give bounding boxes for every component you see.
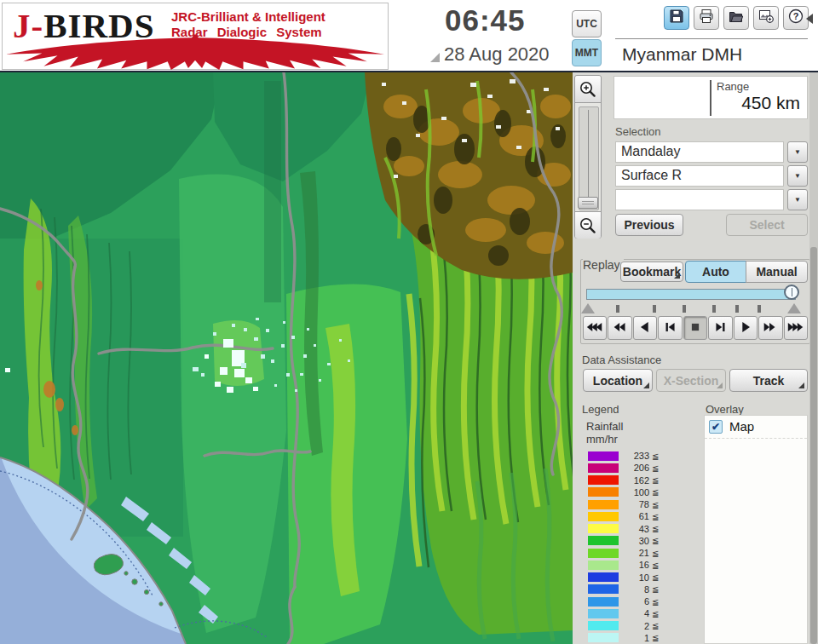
rewind-icon — [611, 318, 630, 339]
legend-swatch — [588, 561, 619, 570]
manual-button[interactable]: Manual — [746, 261, 808, 283]
playback-controls — [583, 316, 808, 340]
toolbar: ? — [664, 6, 809, 30]
selection-label: Selection — [615, 125, 660, 138]
location-button[interactable]: Location — [583, 369, 653, 392]
help-button[interactable]: ? — [783, 6, 809, 30]
map-zoom-control — [574, 75, 602, 239]
print-button[interactable] — [694, 6, 719, 30]
save-button[interactable] — [664, 6, 689, 30]
panel-scrollbar[interactable] — [809, 72, 818, 644]
svg-text:?: ? — [793, 11, 799, 21]
replay-slider-thumb[interactable] — [784, 285, 799, 300]
legend-swatch — [588, 549, 619, 558]
range-divider — [710, 80, 711, 116]
magnifier-minus-icon — [578, 216, 598, 236]
selection-field-2[interactable]: Surface R — [615, 165, 784, 187]
fast-rewind-button[interactable] — [583, 316, 607, 340]
utc-button[interactable]: UTC — [572, 10, 602, 37]
zoom-slider-thumb[interactable] — [578, 197, 598, 209]
step-back-icon — [661, 318, 680, 339]
stop-button[interactable] — [683, 316, 707, 340]
legend-swatch — [588, 597, 619, 607]
legend-entry: 16≦ — [588, 559, 688, 571]
selection-field-1[interactable]: Mandalay — [615, 141, 784, 163]
legend-swatch — [588, 584, 619, 594]
legend-comparator: ≦ — [652, 621, 659, 630]
track-button[interactable]: Track — [729, 369, 808, 392]
legend-unit: mm/hr — [586, 433, 618, 446]
forward-button[interactable] — [758, 316, 782, 340]
dropdown-arrow-icon[interactable]: ▼ — [787, 189, 808, 210]
station-divider — [615, 38, 808, 39]
replay-slider-track[interactable] — [586, 289, 796, 300]
open-folder-button[interactable] — [723, 6, 749, 30]
legend-value: 2 — [625, 621, 649, 631]
panel-scrollbar-thumb[interactable] — [810, 247, 817, 644]
play-icon — [736, 318, 755, 339]
overlay-item-label: Map — [729, 419, 754, 434]
logo-banner: J-BIRDS JRC-Brilliant & Intelligent Rada… — [2, 3, 389, 70]
zoom-slider-track[interactable] — [579, 106, 599, 210]
export-image-button[interactable] — [753, 6, 779, 30]
step-forward-button[interactable] — [708, 316, 732, 340]
dropdown-arrow-icon[interactable]: ▼ — [787, 165, 808, 187]
legend-entry: 2≦ — [588, 620, 688, 632]
selection-dropdown-row: ▼ — [615, 189, 808, 210]
legend-swatch — [588, 475, 619, 485]
step-back-button[interactable] — [658, 316, 682, 340]
export-image-icon — [758, 8, 775, 28]
data-assistance-label: Data Assistance — [582, 354, 661, 366]
radar-map[interactable] — [0, 72, 573, 644]
checkbox-map[interactable]: ✔ — [709, 420, 723, 434]
fast-rewind-icon — [585, 318, 604, 339]
legend-entry: 100≦ — [588, 486, 688, 498]
select-button[interactable]: Select — [726, 214, 808, 236]
play-button[interactable] — [734, 316, 758, 340]
legend-value: 206 — [625, 463, 649, 473]
help-icon: ? — [787, 8, 804, 28]
legend-swatch — [588, 512, 619, 521]
auto-button[interactable]: Auto — [685, 261, 746, 283]
legend-comparator: ≦ — [652, 463, 659, 473]
x-section-button[interactable]: X-Section — [656, 369, 726, 392]
slider-end-marker — [787, 303, 801, 313]
fast-forward-button[interactable] — [784, 316, 808, 340]
overlay-panel: ✔Map — [704, 415, 808, 644]
collapse-panel-icon[interactable] — [806, 14, 813, 24]
play-reverse-button[interactable] — [633, 316, 657, 340]
radar-map-viewport[interactable] — [0, 72, 573, 644]
legend-value: 43 — [625, 524, 649, 534]
selection-field-3[interactable] — [615, 189, 784, 210]
magnifier-plus-icon — [578, 79, 598, 100]
zoom-out-button[interactable] — [575, 211, 601, 239]
legend-comparator: ≦ — [652, 451, 659, 461]
legend-entry: 30≦ — [588, 535, 688, 547]
zoom-in-button[interactable] — [575, 76, 601, 103]
previous-button[interactable]: Previous — [615, 214, 683, 236]
play-reverse-icon — [636, 318, 654, 339]
stop-icon — [686, 318, 705, 339]
legend-entry: 21≦ — [588, 547, 688, 559]
legend-entry: 1≦ — [588, 632, 688, 644]
legend-quantity: Rainfall — [586, 420, 623, 433]
step-forward-icon — [711, 318, 729, 339]
control-panel: Range 450 km Selection Mandalay▼Surface … — [573, 72, 818, 644]
bookmark-button[interactable]: Bookmark — [620, 262, 683, 282]
legend-value: 100 — [625, 487, 649, 497]
legend-value: 6 — [625, 596, 649, 607]
legend-value: 21 — [625, 548, 649, 558]
legend-comparator: ≦ — [652, 512, 659, 521]
mmt-button[interactable]: MMT — [572, 39, 602, 66]
rewind-button[interactable] — [608, 316, 631, 340]
dropdown-arrow-icon[interactable]: ▼ — [787, 141, 808, 163]
legend-comparator: ≦ — [652, 524, 659, 533]
legend-comparator: ≦ — [652, 549, 659, 558]
legend-comparator: ≦ — [652, 475, 659, 485]
legend-value: 1 — [625, 633, 649, 643]
legend-swatch — [588, 536, 619, 545]
legend-swatch — [588, 572, 619, 582]
overlay-label: Overlay — [706, 403, 744, 416]
jbirds-application: J-BIRDS JRC-Brilliant & Intelligent Rada… — [0, 0, 818, 644]
legend-swatch — [588, 451, 619, 461]
